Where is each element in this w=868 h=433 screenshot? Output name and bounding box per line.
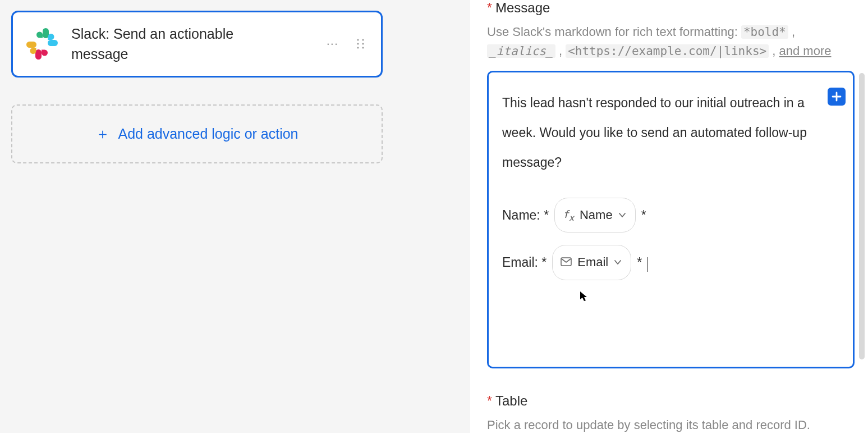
table-label-row: * Table [487, 393, 868, 409]
email-suffix: * [637, 248, 642, 277]
help-italics-token: _italics_ [487, 44, 555, 58]
app-layout: Slack: Send an actionable message ··· ＋ [0, 0, 868, 433]
name-token-text: Name [580, 202, 613, 229]
drag-handle-icon[interactable] [354, 35, 368, 52]
svg-point-9 [362, 47, 364, 49]
required-star-icon: * [487, 2, 492, 15]
action-card-title: Slack: Send an actionable message [71, 24, 273, 65]
name-line-label: Name: * [502, 201, 549, 230]
chevron-down-icon [618, 211, 626, 219]
email-line-label: Email: * [502, 248, 546, 277]
help-links-token: <https://example.com/|links> [566, 44, 769, 58]
add-token-button[interactable] [828, 88, 846, 106]
card-controls: ··· [327, 35, 368, 52]
scrollbar[interactable] [859, 73, 865, 359]
svg-rect-1 [48, 40, 58, 46]
help-bold-token: *bold* [741, 25, 788, 39]
table-field: * Table Pick a record to update by selec… [487, 393, 868, 433]
help-sep: , [772, 44, 779, 58]
required-star-icon: * [487, 395, 492, 408]
email-line: Email: * Email * [502, 245, 839, 280]
name-line: Name: * fx Name * [502, 198, 839, 233]
name-token-pill[interactable]: fx Name [554, 198, 636, 233]
message-label-row: * Message [487, 0, 868, 16]
svg-rect-3 [26, 42, 36, 48]
add-action-button[interactable]: ＋ Add advanced logic or action [11, 104, 383, 163]
table-label: Table [495, 393, 527, 409]
message-body-text: This lead hasn't responded to our initia… [502, 88, 839, 177]
text-caret [647, 257, 648, 272]
svg-point-7 [362, 43, 364, 45]
help-sep: , [792, 25, 795, 39]
email-token-text: Email [577, 249, 608, 276]
chevron-down-icon [614, 258, 622, 266]
help-sep: , [559, 44, 566, 58]
message-editor[interactable]: This lead hasn't responded to our initia… [487, 71, 855, 368]
message-editor-wrap: This lead hasn't responded to our initia… [487, 71, 855, 368]
workflow-canvas: Slack: Send an actionable message ··· ＋ [0, 0, 470, 433]
action-card-slack[interactable]: Slack: Send an actionable message ··· [11, 11, 383, 78]
config-panel: * Message Use Slack's markdown for rich … [470, 0, 868, 433]
message-label: Message [495, 0, 550, 16]
svg-point-4 [357, 39, 359, 41]
table-help: Pick a record to update by selecting its… [487, 416, 835, 433]
message-field: * Message Use Slack's markdown for rich … [487, 0, 868, 368]
svg-point-5 [362, 39, 364, 41]
svg-rect-0 [43, 28, 49, 38]
name-suffix: * [641, 201, 646, 230]
more-icon[interactable]: ··· [327, 37, 338, 51]
svg-point-6 [357, 43, 359, 45]
help-prefix: Use Slack's markdown for rich text forma… [487, 25, 741, 39]
envelope-icon [561, 249, 572, 276]
plus-icon: ＋ [95, 126, 110, 141]
add-action-label: Add advanced logic or action [118, 126, 298, 142]
email-token-pill[interactable]: Email [552, 245, 631, 280]
svg-point-8 [357, 47, 359, 49]
formula-icon: fx [563, 203, 574, 227]
help-more-link[interactable]: and more [779, 44, 832, 58]
slack-icon [25, 27, 59, 61]
message-help: Use Slack's markdown for rich text forma… [487, 22, 835, 61]
svg-rect-2 [35, 49, 42, 60]
